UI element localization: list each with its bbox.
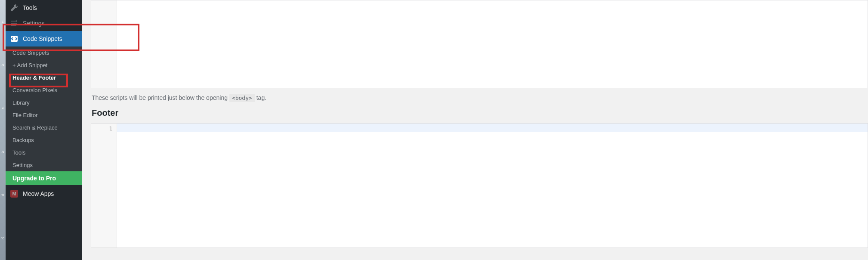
sidebar-item-label: Settings bbox=[23, 20, 45, 27]
sidebar-item-tools[interactable]: Tools bbox=[6, 0, 82, 15]
sidebar-item-code-snippets[interactable]: Code Snippets bbox=[6, 31, 82, 46]
sub-item-settings[interactable]: Settings bbox=[6, 159, 82, 171]
sidebar-item-label: Tools bbox=[23, 4, 37, 11]
sidebar-item-label: Code Snippets bbox=[23, 35, 62, 42]
wrench-icon bbox=[10, 3, 19, 12]
body-scripts-hint: These scripts will be printed just below… bbox=[91, 92, 868, 106]
edge-stat: /s bbox=[2, 150, 4, 153]
editor-code-area[interactable] bbox=[117, 124, 868, 248]
footer-section-heading: Footer bbox=[91, 106, 868, 123]
body-scripts-editor[interactable] bbox=[91, 0, 868, 88]
edge-stat: °C bbox=[1, 237, 5, 240]
sub-item-backups[interactable]: Backups bbox=[6, 134, 82, 146]
sliders-icon bbox=[10, 19, 19, 28]
main-content: These scripts will be printed just below… bbox=[82, 0, 868, 260]
svg-point-1 bbox=[15, 25, 16, 26]
hint-text: tag. bbox=[256, 94, 266, 101]
meow-apps-icon: M bbox=[10, 189, 19, 198]
hint-text: These scripts will be printed just below… bbox=[92, 94, 229, 101]
sidebar-item-label: Meow Apps bbox=[23, 190, 54, 197]
hint-tag-code: <body> bbox=[229, 94, 255, 102]
editor-gutter bbox=[91, 0, 117, 88]
sub-item-library[interactable]: Library bbox=[6, 96, 82, 109]
line-number: 1 bbox=[109, 125, 112, 132]
editor-gutter: 1 bbox=[91, 124, 117, 248]
editor-code-area[interactable] bbox=[117, 0, 868, 88]
admin-sidebar: Tools Settings Code Snippets Code Snippe… bbox=[6, 0, 82, 260]
sub-item-file-editor[interactable]: File Editor bbox=[6, 109, 82, 121]
code-snippets-icon bbox=[10, 34, 19, 43]
sub-item-add-snippet[interactable]: + Add Snippet bbox=[6, 59, 82, 71]
edge-stat: 1 bbox=[2, 20, 4, 23]
footer-scripts-editor[interactable]: 1 bbox=[91, 123, 868, 248]
sidebar-item-settings[interactable]: Settings bbox=[6, 15, 82, 31]
sub-item-header-footer[interactable]: Header & Footer bbox=[6, 71, 82, 84]
sidebar-item-meow-apps[interactable]: M Meow Apps bbox=[6, 185, 82, 201]
editor-current-line[interactable] bbox=[117, 124, 868, 132]
edge-stat: % bbox=[1, 193, 4, 196]
sub-item-upgrade-pro[interactable]: Upgrade to Pro bbox=[6, 171, 82, 185]
sub-item-code-snippets[interactable]: Code Snippets bbox=[6, 46, 82, 59]
edge-stat: /s bbox=[2, 63, 4, 66]
edge-stat: 4 bbox=[2, 107, 4, 110]
sub-item-tools[interactable]: Tools bbox=[6, 146, 82, 159]
code-snippets-submenu: Code Snippets + Add Snippet Header & Foo… bbox=[6, 46, 82, 185]
svg-point-0 bbox=[15, 20, 17, 22]
sub-item-conversion-pixels[interactable]: Conversion Pixels bbox=[6, 84, 82, 96]
sub-item-search-replace[interactable]: Search & Replace bbox=[6, 121, 82, 134]
system-edge-bar: 1 /s 4 /s % °C bbox=[0, 0, 6, 260]
